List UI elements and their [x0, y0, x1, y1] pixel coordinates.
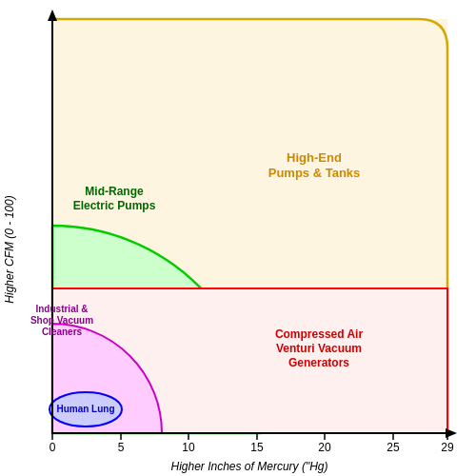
- high-end-label-line2: Pumps & Tanks: [268, 166, 361, 180]
- label-10: 10: [182, 441, 195, 454]
- industrial-label-line1: Industrial &: [35, 304, 88, 314]
- compressed-air-label-line2: Venturi Vacuum: [276, 342, 362, 355]
- y-axis-arrow: [48, 10, 57, 21]
- industrial-label-line2: Shop Vacuum: [30, 315, 93, 326]
- label-20: 20: [318, 441, 331, 454]
- mid-range-label-line2: Electric Pumps: [73, 199, 156, 212]
- industrial-label-line3: Cleaners: [42, 327, 83, 337]
- mid-range-label-line1: Mid-Range: [85, 185, 144, 198]
- label-15: 15: [250, 441, 264, 454]
- label-5: 5: [118, 441, 125, 454]
- label-0: 0: [50, 441, 56, 454]
- high-end-label-line1: High-End: [287, 150, 342, 165]
- label-29: 29: [441, 441, 454, 454]
- y-axis-label: Higher CFM (0 - 100): [3, 195, 16, 303]
- x-axis-label: Higher Inches of Mercury ("Hg): [171, 460, 328, 473]
- compressed-air-label-line1: Compressed Air: [275, 327, 364, 341]
- chart-svg: 0 5 10 15 20 25 29 Higher Inches of Merc…: [0, 0, 476, 476]
- label-25: 25: [387, 441, 400, 454]
- compressed-air-label-line3: Generators: [288, 356, 349, 369]
- chart-container: 0 5 10 15 20 25 29 Higher Inches of Merc…: [0, 0, 476, 476]
- human-lung-label: Human Lung: [56, 404, 114, 414]
